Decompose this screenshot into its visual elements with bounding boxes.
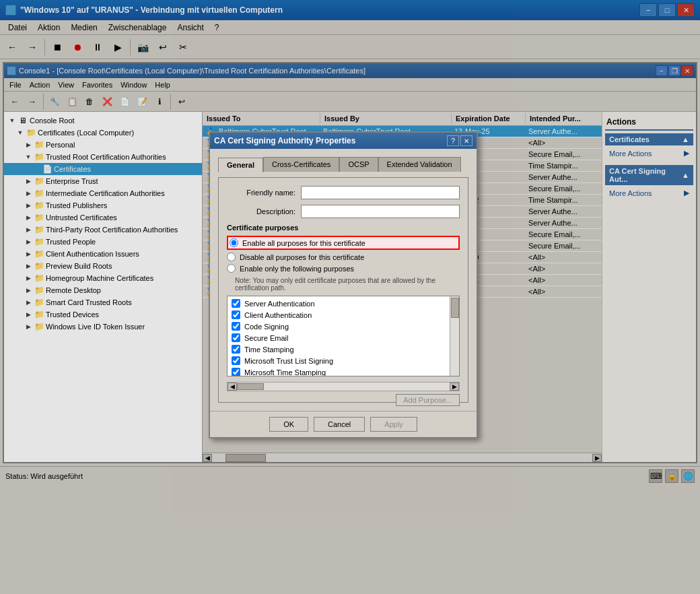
radio-enable-only-label: Enable only the following purposes xyxy=(240,265,354,273)
purpose-checkbox-client-auth[interactable] xyxy=(232,310,240,319)
purpose-checkbox-secure-email[interactable] xyxy=(232,333,240,342)
radio-disable-all[interactable] xyxy=(227,253,236,261)
radio-disable-all-label: Disable all purposes for this certificat… xyxy=(240,253,364,261)
friendly-name-row: Friendly name: xyxy=(227,186,460,199)
cancel-button[interactable]: Cancel xyxy=(314,417,365,432)
radio-enable-only[interactable] xyxy=(227,264,236,273)
dialog-title-bar: CA Cert Signing Authority Properties ? ✕ xyxy=(210,133,477,149)
cert-purposes-note: Note: You may only edit certificate purp… xyxy=(227,277,460,292)
purpose-item-server-auth: Server Authentication xyxy=(229,298,458,309)
purpose-checkbox-ms-trust-list[interactable] xyxy=(232,356,240,365)
tab-cross-certs[interactable]: Cross-Certificates xyxy=(263,157,339,172)
cert-purposes-section: Certificate purposes Enable all purposes… xyxy=(227,224,460,391)
dialog-content: General Cross-Certificates OCSP Extended… xyxy=(210,149,477,411)
purpose-item-secure-email: Secure Email xyxy=(229,332,458,343)
cert-purposes-label: Certificate purposes xyxy=(227,224,460,232)
friendly-name-label: Friendly name: xyxy=(227,189,301,197)
dialog-footer: OK Cancel Apply xyxy=(210,411,477,437)
dialog-overlay: CA Cert Signing Authority Properties ? ✕… xyxy=(0,0,700,594)
dialog-close-btn[interactable]: ✕ xyxy=(460,135,473,146)
radio-enable-all-row: Enable all purposes for this certificate xyxy=(227,236,460,250)
purposes-hscrollbar[interactable]: ◀ ▶ xyxy=(227,382,460,391)
dialog: CA Cert Signing Authority Properties ? ✕… xyxy=(209,131,478,438)
purpose-checkbox-code-signing[interactable] xyxy=(232,322,240,331)
purpose-checkbox-server-auth[interactable] xyxy=(232,299,240,308)
dialog-tab-content: Friendly name: Description: Certificate … xyxy=(218,177,468,403)
purpose-checkbox-time-stamping[interactable] xyxy=(232,345,240,354)
tab-general[interactable]: General xyxy=(218,158,263,172)
radio-enable-all-label: Enable all purposes for this certificate xyxy=(242,239,365,247)
description-input[interactable] xyxy=(301,205,460,218)
purposes-hscrollbar-thumb[interactable] xyxy=(237,383,264,390)
purpose-item-time-stamping: Time Stamping xyxy=(229,343,458,355)
apply-button[interactable]: Apply xyxy=(370,417,417,432)
purpose-item-client-auth: Client Authentication xyxy=(229,309,458,321)
purpose-item-ms-trust-list: Microsoft Trust List Signing xyxy=(229,355,458,366)
radio-enable-all[interactable] xyxy=(230,238,238,247)
dialog-tabs: General Cross-Certificates OCSP Extended… xyxy=(218,157,468,172)
radio-disable-all-row: Disable all purposes for this certificat… xyxy=(227,253,460,261)
purpose-checkbox-ms-time-stamping[interactable] xyxy=(232,368,240,376)
tab-extended-validation[interactable]: Extended Validation xyxy=(378,157,461,172)
purposes-hscrollbar-right[interactable]: ▶ xyxy=(450,383,459,391)
purpose-item-ms-time-stamping: Microsoft Time Stamping xyxy=(229,366,458,376)
description-label: Description: xyxy=(227,207,301,216)
radio-enable-only-row: Enable only the following purposes xyxy=(227,264,460,273)
purposes-scrollbar[interactable] xyxy=(450,296,459,376)
purposes-list-container[interactable]: Server Authentication Client Authenticat… xyxy=(227,296,460,376)
description-row: Description: xyxy=(227,205,460,218)
add-purpose-button[interactable]: Add Purpose... xyxy=(396,394,460,406)
dialog-title: CA Cert Signing Authority Properties xyxy=(214,136,355,145)
dialog-help-btn[interactable]: ? xyxy=(447,135,459,146)
purposes-hscrollbar-left[interactable]: ◀ xyxy=(228,383,237,391)
purposes-scrollbar-thumb[interactable] xyxy=(451,298,459,318)
purpose-item-code-signing: Code Signing xyxy=(229,321,458,332)
ok-button[interactable]: OK xyxy=(269,417,308,432)
tab-ocsp[interactable]: OCSP xyxy=(339,157,378,172)
friendly-name-input[interactable] xyxy=(301,186,460,199)
